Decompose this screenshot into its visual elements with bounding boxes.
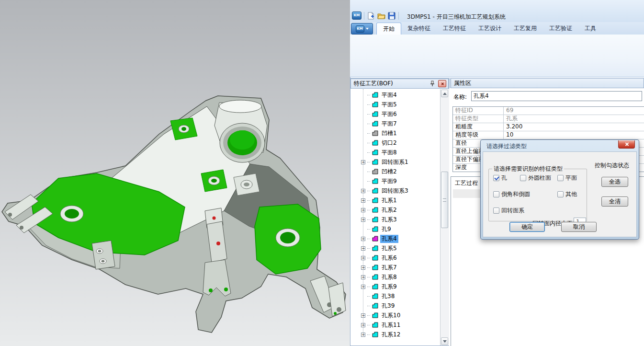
checkbox-label: 平面 xyxy=(565,174,577,182)
tree-item[interactable]: +平面8 xyxy=(350,148,440,157)
tab-5[interactable]: 工艺复用 xyxy=(508,23,543,34)
tab-7[interactable]: 工具 xyxy=(578,23,602,34)
tree-connector xyxy=(367,191,370,191)
save-icon[interactable] xyxy=(388,12,396,20)
tree-item[interactable]: +孔系10 xyxy=(350,311,440,320)
tab-1[interactable]: 开始 xyxy=(376,23,401,35)
tree-expander-icon[interactable]: + xyxy=(361,189,365,193)
name-input[interactable]: 孔系4 xyxy=(471,91,642,101)
dialog-checkbox-倒角和倒圆[interactable]: 倒角和倒圆 xyxy=(493,190,530,198)
tree-expander-icon[interactable]: + xyxy=(361,198,365,203)
tree-item[interactable]: +凹槽2 xyxy=(350,167,440,176)
select-all-button[interactable]: 全选 xyxy=(601,177,628,187)
bracket-part-model[interactable] xyxy=(0,0,350,346)
tree-expander-icon[interactable]: + xyxy=(361,265,365,270)
feature-icon xyxy=(372,102,378,107)
tree-expander-icon[interactable]: + xyxy=(361,208,365,212)
tree-connector xyxy=(367,114,370,115)
scroll-up-button[interactable] xyxy=(441,90,448,97)
tree-connector xyxy=(367,267,370,268)
tree-item[interactable]: +孔系1 xyxy=(350,196,440,205)
feature-icon xyxy=(372,236,378,242)
tree-item[interactable]: +孔系4 xyxy=(350,234,440,243)
tree-expander-icon[interactable]: + xyxy=(361,285,365,289)
tree-item[interactable]: +回转面系1 xyxy=(350,157,440,167)
name-label: 名称: xyxy=(453,93,467,101)
tree-item[interactable]: +孔系8 xyxy=(350,272,440,282)
checkbox-box xyxy=(557,191,564,197)
properties-title: 属性区 xyxy=(454,80,471,86)
dialog-checkbox-回转面系[interactable]: 回转面系 xyxy=(493,207,524,215)
tree-item-label: 孔系3 xyxy=(380,216,398,224)
scroll-down-button[interactable] xyxy=(441,337,448,345)
tree-item[interactable]: +平面7 xyxy=(350,119,440,128)
tree-expander-icon[interactable]: + xyxy=(361,218,365,222)
tree-expander-icon[interactable]: + xyxy=(361,237,365,241)
tree-connector xyxy=(367,104,370,105)
tree-item-label: 凹槽1 xyxy=(380,129,398,138)
tab-2[interactable]: 复杂特征 xyxy=(401,23,437,34)
scrollbar-thumb[interactable] xyxy=(441,172,448,228)
tree-expander-icon[interactable]: + xyxy=(361,275,365,279)
tree-item[interactable]: +孔系5 xyxy=(350,243,440,253)
tree-item[interactable]: +孔系2 xyxy=(350,205,440,215)
dialog-checkbox-外圆柱面[interactable]: 外圆柱面 xyxy=(520,174,551,182)
window-title: 3DMPS1 - 开目三维机加工艺规划系统 xyxy=(407,13,506,21)
clear-all-button[interactable]: 全清 xyxy=(601,196,628,207)
tree-item[interactable]: +孔39 xyxy=(350,301,440,311)
tree-connector xyxy=(367,124,370,124)
tree-expander-icon[interactable]: + xyxy=(361,256,365,260)
tree-item[interactable]: +平面9 xyxy=(350,176,440,186)
tree-item[interactable]: +孔系3 xyxy=(350,215,440,224)
tree-item[interactable]: +孔系6 xyxy=(350,253,440,263)
feature-icon xyxy=(372,284,378,289)
3d-viewport[interactable] xyxy=(0,0,350,346)
tree-item[interactable]: +平面4 xyxy=(350,90,440,100)
dialog-checkbox-其他[interactable]: 其他 xyxy=(557,190,577,198)
tree-expander-icon[interactable]: + xyxy=(361,160,365,164)
tree-connector xyxy=(367,248,370,249)
dialog-checkbox-孔[interactable]: 孔 xyxy=(493,174,507,182)
pin-icon[interactable] xyxy=(429,81,435,87)
tree-expander-icon[interactable]: + xyxy=(361,246,365,251)
property-label: 粗糙度 xyxy=(453,123,504,131)
tab-3[interactable]: 工艺特征 xyxy=(437,23,472,34)
tree-item-label: 孔系4 xyxy=(380,235,398,243)
tree-item[interactable]: +孔系9 xyxy=(350,282,440,291)
tree-item[interactable]: +切口2 xyxy=(350,138,440,148)
tree-item[interactable]: +孔系12 xyxy=(350,330,440,339)
tab-4[interactable]: 工艺设计 xyxy=(472,23,508,34)
new-document-icon[interactable] xyxy=(367,12,375,20)
dialog-close-button[interactable] xyxy=(618,140,635,149)
tree-item[interactable]: +凹槽1 xyxy=(350,128,440,138)
tree-connector xyxy=(367,239,370,239)
tree-expander-icon[interactable]: + xyxy=(361,333,365,337)
app-logo[interactable]: KM xyxy=(352,12,362,20)
feature-icon xyxy=(372,111,378,117)
tree-scrollbar[interactable] xyxy=(440,89,449,346)
tree-item[interactable]: +回转面系3 xyxy=(350,186,440,196)
checkbox-box xyxy=(493,191,499,197)
application-menu-button[interactable]: KM xyxy=(351,23,373,35)
tree-item[interactable]: +孔系11 xyxy=(350,320,440,330)
tree-item[interactable]: +孔38 xyxy=(350,291,440,301)
tree-connector xyxy=(367,325,370,325)
tree-connector xyxy=(367,229,370,230)
tree-item[interactable]: +平面6 xyxy=(350,109,440,119)
open-folder-icon[interactable] xyxy=(377,12,385,20)
tree-item[interactable]: +平面5 xyxy=(350,100,440,109)
tree-item-label: 平面4 xyxy=(380,91,398,99)
close-panel-icon[interactable]: #treepanel .xmark::before,#treepanel .xm… xyxy=(438,80,446,87)
tree-expander-icon[interactable]: + xyxy=(361,313,365,318)
tree-item-label: 凹槽2 xyxy=(380,168,398,176)
feature-icon xyxy=(372,312,378,318)
dialog-checkbox-平面[interactable]: 平面 xyxy=(557,174,577,182)
ok-button[interactable]: 确定 xyxy=(509,222,545,232)
tree-expander-icon[interactable]: + xyxy=(361,323,365,327)
checkbox-box xyxy=(493,175,499,181)
tree-item-label: 平面9 xyxy=(380,177,398,185)
tree-item[interactable]: +孔系7 xyxy=(350,263,440,272)
tab-6[interactable]: 工艺验证 xyxy=(543,23,578,34)
tree-item[interactable]: +孔9 xyxy=(350,224,440,234)
cancel-button[interactable]: 取消 xyxy=(561,222,597,232)
